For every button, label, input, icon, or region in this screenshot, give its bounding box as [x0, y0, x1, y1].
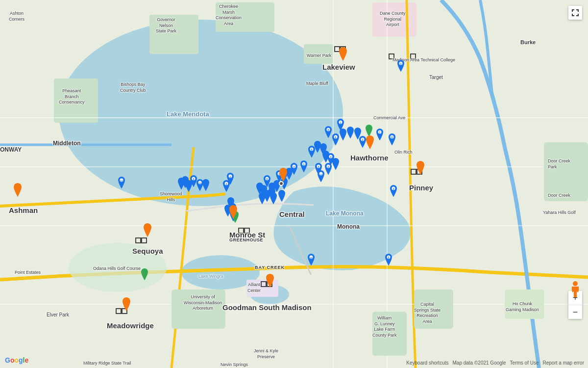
map-footer: Keyboard shortcuts Map data ©2021 Google… [0, 357, 588, 368]
svg-rect-4 [149, 15, 198, 54]
drag-handle-sequoya-tr[interactable] [135, 237, 141, 243]
svg-text:3: 3 [303, 163, 305, 166]
svg-rect-8 [372, 2, 416, 37]
fullscreen-button[interactable] [568, 6, 582, 20]
drag-handle-top-left[interactable] [389, 53, 394, 59]
orange-pin-monroe[interactable] [227, 205, 240, 221]
blue-pin-3-tech[interactable]: 3 [395, 60, 406, 74]
blue-pin-11[interactable]: 11 [316, 170, 326, 184]
svg-text:11: 11 [320, 173, 322, 176]
blue-pin-16[interactable]: 16 [306, 254, 317, 267]
report-link[interactable]: Report a map error [543, 360, 584, 366]
svg-text:2: 2 [328, 165, 329, 168]
orange-pin-pinney[interactable] [414, 161, 427, 177]
drag-handle-top-right[interactable] [410, 53, 416, 59]
svg-rect-20 [505, 289, 544, 319]
blue-pin-3c[interactable]: 3 [388, 185, 399, 199]
svg-text:16: 16 [310, 257, 313, 259]
zoom-out-button[interactable]: − [568, 305, 582, 319]
svg-text:2: 2 [226, 183, 227, 185]
blue-pin-e3[interactable] [183, 180, 194, 194]
blue-pin-5[interactable]: 5 [306, 146, 317, 159]
svg-text:7: 7 [379, 131, 381, 134]
svg-text:4: 4 [318, 165, 319, 168]
svg-text:1: 1 [230, 175, 231, 178]
blue-pin-e4[interactable] [200, 179, 211, 193]
blue-pin-13[interactable]: 13 [116, 177, 127, 190]
svg-text:5: 5 [388, 256, 390, 259]
svg-text:8: 8 [392, 136, 393, 139]
map-container[interactable]: CherokeeMarshConservationArea GovernorNe… [0, 0, 588, 368]
orange-pin-central[interactable] [277, 168, 290, 184]
drag-handle-monroe-tr[interactable] [238, 228, 244, 234]
blue-pin-d10[interactable] [276, 190, 287, 204]
pegman-icon [568, 281, 582, 298]
svg-rect-17 [414, 289, 453, 329]
blue-pin-3a[interactable]: 3 [298, 160, 309, 174]
svg-text:3: 3 [400, 62, 402, 65]
orange-pin-sequoya[interactable] [141, 223, 154, 239]
blue-pin-d8[interactable] [257, 192, 268, 206]
orange-pin-meadow[interactable] [120, 297, 133, 313]
svg-text:1: 1 [340, 121, 342, 124]
svg-point-15 [69, 243, 167, 292]
svg-rect-16 [172, 289, 225, 329]
blue-pin-2d[interactable]: 2 [221, 180, 232, 194]
orange-pin-lakeview[interactable] [337, 47, 349, 63]
svg-text:5: 5 [311, 148, 313, 151]
keyboard-shortcuts-link[interactable]: Keyboard shortcuts [406, 360, 448, 366]
svg-rect-6 [54, 79, 98, 123]
green-pin-3[interactable] [139, 268, 150, 282]
drag-handle-monroe-tl[interactable] [244, 228, 250, 234]
terms-link[interactable]: Terms of Use [510, 360, 539, 366]
svg-rect-19 [544, 142, 588, 201]
svg-text:9: 9 [267, 178, 268, 181]
svg-text:3: 3 [393, 187, 394, 190]
svg-rect-18 [372, 312, 407, 356]
blue-pin-5b[interactable]: 5 [383, 254, 394, 267]
svg-text:6: 6 [335, 136, 337, 139]
svg-rect-7 [304, 44, 333, 64]
orange-pin-hawthorne[interactable] [364, 135, 376, 151]
orange-pin-goodman[interactable] [264, 274, 276, 289]
map-data-text: Map data ©2021 Google [452, 360, 506, 366]
svg-rect-5 [216, 2, 274, 32]
blue-pin-8b[interactable]: 8 [387, 133, 397, 147]
orange-pin-ashman[interactable] [11, 183, 24, 199]
madison-center-dot [279, 181, 284, 186]
pegman-button[interactable] [568, 281, 582, 298]
map-svg [0, 0, 588, 368]
svg-point-70 [573, 281, 578, 286]
svg-text:13: 13 [121, 180, 123, 182]
svg-text:8: 8 [328, 129, 329, 131]
fullscreen-icon [571, 9, 579, 17]
